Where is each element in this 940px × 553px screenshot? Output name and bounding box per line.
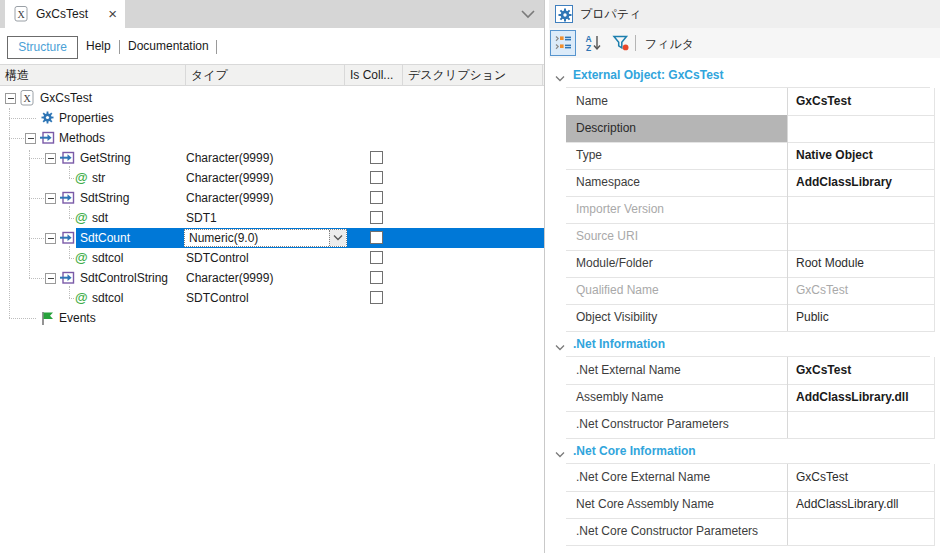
flag-icon [40, 310, 55, 330]
tree-row-sdtcol[interactable]: @sdtcolSDTControl [0, 288, 544, 308]
tree-row-sdt[interactable]: @sdtSDT1 [0, 208, 544, 228]
structure-tree: XGxCsTestPropertiesMethodsGetStringChara… [0, 0, 545, 553]
is-collection-checkbox[interactable] [370, 191, 383, 204]
tree-row-properties[interactable]: Properties [0, 108, 544, 128]
property-label: .Net Core External Name [566, 464, 788, 491]
property-row-description[interactable]: Description [566, 115, 935, 143]
method-icon [60, 230, 75, 249]
tree-item-type: Character(9999) [186, 168, 273, 188]
section-label: Java Information [573, 545, 669, 553]
tree-expander[interactable] [45, 193, 56, 204]
parameter-icon: @ [75, 210, 88, 225]
is-collection-checkbox[interactable] [370, 171, 383, 184]
property-label: Type [566, 142, 788, 169]
is-collection-checkbox[interactable] [370, 151, 383, 164]
tree-expander[interactable] [25, 133, 36, 144]
property-row-module-folder[interactable]: Module/FolderRoot Module [566, 250, 935, 278]
tree-item-label: SdtCount [80, 228, 130, 248]
property-row--net-core-external-name[interactable]: .Net Core External NameGxCsTest [566, 464, 935, 492]
property-value[interactable] [788, 518, 935, 545]
tree-item-label: SdtString [80, 188, 129, 208]
property-value[interactable]: GxCsTest [788, 88, 935, 115]
property-value[interactable] [788, 196, 935, 223]
property-value[interactable]: AddClassLibrary [788, 169, 935, 196]
property-label: .Net Constructor Parameters [566, 411, 788, 438]
property-value[interactable] [788, 115, 935, 142]
type-combobox[interactable]: Numeric(9.0) [184, 229, 347, 247]
property-label: .Net External Name [566, 357, 788, 384]
tree-item-label: Methods [59, 128, 105, 148]
structure-editor-pane: X GxCsTest × Structure Help Documentatio… [0, 0, 545, 553]
property-value[interactable]: Public [788, 304, 935, 331]
type-combobox-value: Numeric(9.0) [189, 230, 258, 246]
property-label: Description [566, 115, 788, 142]
property-value[interactable]: GxCsTest [788, 464, 935, 491]
property-row-importer-version[interactable]: Importer Version [566, 196, 935, 224]
is-collection-checkbox[interactable] [370, 251, 383, 264]
property-grid: External Object: GxCsTestNameGxCsTestDes… [549, 0, 940, 553]
tree-row-sdtcontrolstring[interactable]: SdtControlStringCharacter(9999) [0, 268, 544, 288]
property-section-header[interactable]: .Net Information [549, 331, 935, 357]
tree-item-label: GxCsTest [40, 88, 92, 108]
property-row-object-visibility[interactable]: Object VisibilityPublic [566, 304, 935, 332]
section-label: External Object: GxCsTest [573, 62, 724, 88]
property-value[interactable]: Root Module [788, 250, 935, 277]
property-row--net-constructor-parameters[interactable]: .Net Constructor Parameters [566, 411, 935, 439]
property-section-header[interactable]: External Object: GxCsTest [549, 62, 935, 88]
gear-icon [40, 110, 55, 129]
property-row--net-external-name[interactable]: .Net External NameGxCsTest [566, 357, 935, 385]
tree-item-type: SDTControl [186, 248, 249, 268]
tree-item-label: SdtControlString [80, 268, 168, 288]
property-value[interactable] [788, 411, 935, 438]
property-label: Net Core Assembly Name [566, 491, 788, 518]
property-value[interactable]: GxCsTest [788, 277, 935, 304]
tree-item-label: Properties [59, 108, 114, 128]
tree-row-sdtcol[interactable]: @sdtcolSDTControl [0, 248, 544, 268]
tree-row-events[interactable]: Events [0, 308, 544, 328]
property-row-namespace[interactable]: NamespaceAddClassLibrary [566, 169, 935, 197]
property-section-header[interactable]: .Net Core Information [549, 438, 935, 464]
property-value[interactable] [788, 223, 935, 250]
parameter-icon: @ [75, 250, 88, 265]
property-row-net-core-assembly-name[interactable]: Net Core Assembly NameAddClassLibrary.dl… [566, 491, 935, 519]
property-section-header[interactable]: Java Information [549, 545, 935, 553]
tree-row-sdtstring[interactable]: SdtStringCharacter(9999) [0, 188, 544, 208]
tree-item-type: Character(9999) [186, 268, 273, 288]
property-label: Object Visibility [566, 304, 788, 331]
tree-row-getstring[interactable]: GetStringCharacter(9999) [0, 148, 544, 168]
property-value[interactable]: AddClassLibrary.dll [788, 384, 935, 411]
property-row-name[interactable]: NameGxCsTest [566, 88, 935, 116]
combobox-dropdown-button[interactable] [329, 230, 346, 246]
tree-expander[interactable] [45, 233, 56, 244]
property-value[interactable]: GxCsTest [788, 357, 935, 384]
property-row-source-uri[interactable]: Source URI [566, 223, 935, 251]
chevron-down-icon [555, 340, 565, 354]
is-collection-checkbox[interactable] [370, 231, 383, 244]
tree-expander[interactable] [45, 273, 56, 284]
tree-item-label: sdt [92, 208, 108, 228]
tree-row-methods[interactable]: Methods [0, 128, 544, 148]
property-label: Qualified Name [566, 277, 788, 304]
svg-text:X: X [23, 93, 31, 104]
is-collection-checkbox[interactable] [370, 211, 383, 224]
property-value[interactable]: AddClassLibrary.dll [788, 491, 935, 518]
tree-expander[interactable] [5, 93, 16, 104]
genexus-ide-window: X GxCsTest × Structure Help Documentatio… [0, 0, 940, 553]
tree-item-type: SDT1 [186, 208, 217, 228]
property-row-assembly-name[interactable]: Assembly NameAddClassLibrary.dll [566, 384, 935, 412]
chevron-down-icon [555, 71, 565, 85]
is-collection-checkbox[interactable] [370, 291, 383, 304]
method-icon [60, 270, 75, 289]
tree-row-sdtcount[interactable]: SdtCountNumeric(9.0) [0, 228, 544, 248]
is-collection-checkbox[interactable] [370, 271, 383, 284]
tree-row-str[interactable]: @strCharacter(9999) [0, 168, 544, 188]
tree-expander[interactable] [45, 153, 56, 164]
tree-item-label: sdtcol [92, 248, 123, 268]
tree-item-label: GetString [80, 148, 131, 168]
property-value[interactable]: Native Object [788, 142, 935, 169]
property-row-type[interactable]: TypeNative Object [566, 142, 935, 170]
property-row-qualified-name[interactable]: Qualified NameGxCsTest [566, 277, 935, 305]
method-icon [60, 150, 75, 169]
tree-row-gxcstest[interactable]: XGxCsTest [0, 88, 544, 108]
property-row--net-core-constructor-parameters[interactable]: .Net Core Constructor Parameters [566, 518, 935, 546]
